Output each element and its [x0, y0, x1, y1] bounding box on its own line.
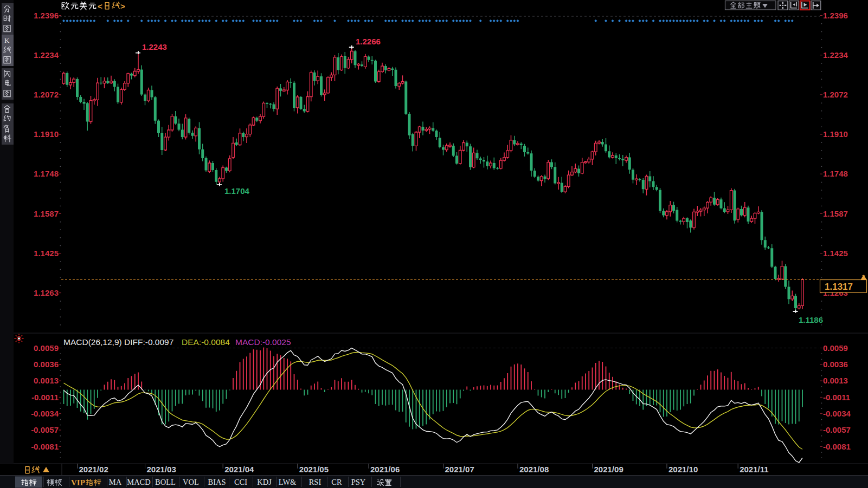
svg-text:-0.0081: -0.0081 — [31, 442, 59, 451]
svg-text:2021/05: 2021/05 — [299, 465, 329, 474]
svg-text:0.0036: 0.0036 — [823, 360, 848, 369]
svg-text:1.1910: 1.1910 — [34, 129, 59, 139]
svg-text:DIFF:-0.0097: DIFF:-0.0097 — [124, 337, 173, 347]
svg-text:MACD(26,12,9): MACD(26,12,9) — [63, 337, 122, 347]
svg-text:1.1748: 1.1748 — [34, 169, 59, 178]
svg-text:2021/07: 2021/07 — [445, 465, 474, 474]
svg-text:RSI: RSI — [309, 478, 322, 486]
svg-text:1.2396: 1.2396 — [34, 11, 59, 20]
svg-text:-0.0011: -0.0011 — [823, 393, 850, 402]
svg-text:>: > — [120, 2, 125, 11]
svg-text:PSY: PSY — [351, 478, 366, 486]
svg-text:1.1317: 1.1317 — [825, 282, 853, 292]
svg-text:LW&: LW& — [279, 478, 297, 486]
svg-text:MACD: MACD — [127, 478, 151, 486]
svg-text:CCI: CCI — [234, 478, 247, 486]
svg-text:-0.0011: -0.0011 — [31, 393, 59, 402]
svg-text:2021/03: 2021/03 — [147, 465, 176, 474]
svg-text:BOLL: BOLL — [155, 478, 176, 486]
svg-text:1.1186: 1.1186 — [799, 315, 823, 324]
svg-text:-0.0057: -0.0057 — [31, 425, 59, 434]
svg-text:0.0059: 0.0059 — [823, 343, 848, 353]
svg-text:1.1587: 1.1587 — [34, 209, 59, 218]
svg-text:2021/09: 2021/09 — [594, 465, 623, 474]
svg-text:0.0013: 0.0013 — [823, 376, 848, 385]
svg-text:2021/08: 2021/08 — [519, 465, 549, 474]
svg-text:K: K — [4, 36, 10, 44]
svg-text:MA: MA — [109, 478, 122, 486]
svg-text:0.0059: 0.0059 — [34, 343, 59, 353]
svg-text:1.1425: 1.1425 — [34, 249, 59, 258]
svg-text:0.0036: 0.0036 — [34, 360, 59, 369]
svg-text:2021/02: 2021/02 — [79, 465, 108, 474]
svg-text:1.2243: 1.2243 — [142, 42, 167, 51]
svg-text:-0.0034: -0.0034 — [823, 409, 851, 418]
svg-text:KDJ: KDJ — [257, 478, 272, 486]
svg-text:1.2072: 1.2072 — [823, 90, 848, 99]
svg-text:0.0013: 0.0013 — [34, 376, 59, 385]
svg-text:<: < — [98, 2, 102, 11]
svg-text:BIAS: BIAS — [208, 478, 226, 486]
svg-text:2021/06: 2021/06 — [370, 465, 400, 474]
svg-text:-0.0034: -0.0034 — [31, 409, 59, 418]
svg-text:1.1910: 1.1910 — [823, 129, 848, 139]
svg-text:VOL: VOL — [183, 478, 199, 486]
svg-text:1.2396: 1.2396 — [823, 11, 848, 20]
svg-text:1.1587: 1.1587 — [823, 209, 848, 218]
svg-text:2021/11: 2021/11 — [740, 465, 768, 474]
svg-text:1.2266: 1.2266 — [356, 37, 381, 46]
svg-text:2021/04: 2021/04 — [224, 465, 254, 474]
svg-text:1.1425: 1.1425 — [823, 249, 848, 258]
svg-text:-0.0057: -0.0057 — [823, 425, 851, 434]
svg-text:1.1704: 1.1704 — [224, 186, 250, 196]
svg-text:1.1748: 1.1748 — [823, 169, 848, 178]
svg-text:2021/10: 2021/10 — [668, 465, 698, 474]
svg-text:DEA:-0.0084: DEA:-0.0084 — [182, 337, 230, 347]
svg-text:VIP: VIP — [71, 478, 85, 487]
svg-text:-0.0081: -0.0081 — [823, 442, 851, 451]
svg-text:1.2234: 1.2234 — [823, 50, 848, 60]
svg-text:1.1263: 1.1263 — [34, 288, 59, 297]
svg-text:1.2234: 1.2234 — [34, 50, 59, 60]
svg-text:CR: CR — [331, 478, 342, 486]
svg-text:1.2072: 1.2072 — [34, 90, 59, 99]
svg-text:MACD:-0.0025: MACD:-0.0025 — [235, 337, 291, 347]
